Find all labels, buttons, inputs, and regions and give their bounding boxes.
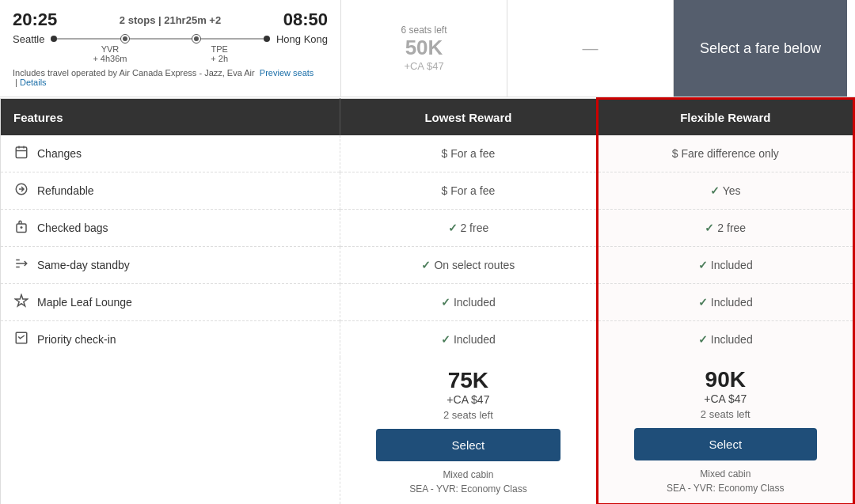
table-row: Priority check-in✓ Included✓ Included: [1, 321, 854, 358]
flexible-cabin: Mixed cabin: [611, 468, 840, 479]
feature-icon-4: [13, 294, 29, 311]
flexible-route-class: SEA - YVR: Economy Class: [611, 483, 840, 494]
flight-header: 20:25 2 stops | 21hr25m +2 08:50 Seattle: [0, 0, 855, 97]
lowest-value-3: ✓ On select routes: [340, 247, 597, 284]
feature-icon-0: [13, 145, 29, 162]
flexible-value-2: ✓ 2 free: [597, 210, 853, 247]
stops-info: 2 stops | 21hr25m +2: [120, 14, 221, 26]
details-link[interactable]: Details: [20, 78, 47, 87]
select-fare-label: Select a fare below: [700, 40, 821, 57]
lowest-price-big: 75K: [353, 368, 583, 393]
table-row: Refundable$ For a fee✓ Yes: [1, 172, 854, 210]
feature-icon-5: [13, 331, 29, 348]
arrive-time: 08:50: [283, 9, 328, 30]
line-segment-1: [57, 38, 120, 40]
points-fee: +CA $47: [404, 60, 443, 72]
feature-name-1: Refundable: [37, 184, 94, 197]
flight-route: Seattle YVR+ 4h36m TP: [13, 33, 328, 63]
flexible-value-4: ✓ Included: [597, 284, 853, 321]
lowest-reward-header: Lowest Reward: [340, 99, 597, 136]
compare-table: Features Lowest Reward Flexible Reward C…: [0, 97, 855, 504]
feature-icon-1: [13, 182, 29, 199]
price-row: 75K +CA $47 2 seats left Select Mixed ca…: [1, 358, 854, 504]
feature-cell-2: Checked bags: [1, 210, 340, 247]
feature-name-5: Priority check-in: [37, 333, 116, 346]
table-row: Changes$ For a fee$ Fare difference only: [1, 135, 854, 172]
route-line-container: YVR+ 4h36m TPE+ 2h: [44, 35, 276, 63]
feature-name-3: Same-day standby: [37, 259, 130, 271]
lowest-route-class: SEA - YVR: Economy Class: [353, 483, 583, 495]
lowest-value-1: $ For a fee: [340, 172, 597, 210]
feature-cell-0: Changes: [1, 135, 340, 172]
origin-dot: [51, 36, 57, 42]
feature-name-2: Checked bags: [37, 222, 108, 234]
flexible-price-big: 90K: [611, 367, 840, 392]
flight-note: Includes travel operated by Air Canada E…: [13, 68, 328, 87]
points-display: 50K: [405, 36, 443, 60]
table-row: Checked bags✓ 2 free✓ 2 free: [1, 210, 854, 247]
flexible-value-1: ✓ Yes: [597, 172, 853, 210]
dash-column: —: [507, 0, 673, 97]
lowest-value-5: ✓ Included: [340, 321, 597, 358]
stop-dot-tpe: [192, 35, 200, 43]
feature-icon-2: [13, 219, 29, 237]
stop-yvr: [121, 35, 129, 43]
stop-labels: YVR+ 4h36m TPE+ 2h: [51, 44, 269, 63]
middle-section: 6 seats left 50K +CA $47: [340, 0, 507, 97]
lowest-value-4: ✓ Included: [340, 284, 597, 321]
flexible-price-fee: +CA $47: [611, 392, 840, 405]
lowest-price-fee: +CA $47: [353, 393, 583, 406]
svg-rect-0: [16, 147, 27, 158]
flexible-reward-header: Flexible Reward: [597, 99, 853, 136]
lowest-value-0: $ For a fee: [340, 135, 597, 172]
lowest-select-button[interactable]: Select: [376, 429, 560, 461]
dash-icon: —: [583, 40, 598, 58]
select-fare-header: Select a fare below: [673, 0, 847, 97]
flexible-value-5: ✓ Included: [597, 321, 853, 358]
dest-city: Hong Kong: [276, 33, 328, 45]
flight-note-text: Includes travel operated by Air Canada E…: [13, 68, 255, 78]
lowest-seats: 2 seats left: [353, 409, 583, 421]
flexible-seats: 2 seats left: [611, 408, 840, 420]
feature-name-4: Maple Leaf Lounge: [37, 296, 132, 309]
feature-name-0: Changes: [37, 147, 82, 160]
flexible-value-0: $ Fare difference only: [597, 135, 853, 172]
flight-info: 20:25 2 stops | 21hr25m +2 08:50 Seattle: [0, 0, 340, 97]
stop-tpe-label: TPE+ 2h: [211, 44, 228, 63]
dest-dot: [264, 36, 270, 42]
flexible-value-3: ✓ Included: [597, 247, 853, 284]
feature-cell-4: Maple Leaf Lounge: [1, 284, 340, 321]
flight-times: 20:25 2 stops | 21hr25m +2 08:50: [13, 9, 328, 30]
line-segment-3: [200, 38, 264, 40]
lowest-cabin: Mixed cabin: [353, 469, 583, 480]
stop-tpe: [192, 35, 200, 43]
origin-city: Seattle: [13, 33, 44, 45]
depart-time: 20:25: [13, 9, 57, 30]
feature-cell-1: Refundable: [1, 172, 340, 210]
table-row: Maple Leaf Lounge✓ Included✓ Included: [1, 284, 854, 321]
feature-cell-5: Priority check-in: [1, 321, 340, 358]
feature-icon-3: [13, 256, 29, 274]
flexible-price-cell: 90K +CA $47 2 seats left Select Mixed ca…: [597, 358, 853, 504]
route-line: [51, 35, 269, 43]
lowest-value-2: ✓ 2 free: [340, 210, 597, 247]
price-feature-cell: [1, 358, 340, 504]
stop-dot-yvr: [121, 35, 129, 43]
lowest-price-cell: 75K +CA $47 2 seats left Select Mixed ca…: [340, 358, 597, 504]
flexible-select-button[interactable]: Select: [634, 428, 818, 460]
preview-seats-link[interactable]: Preview seats: [260, 68, 314, 78]
seats-left-header: 6 seats left: [401, 25, 446, 36]
table-header-row: Features Lowest Reward Flexible Reward: [1, 99, 854, 136]
features-column-header: Features: [1, 99, 340, 136]
stop-yvr-label: YVR+ 4h36m: [93, 44, 127, 63]
line-segment-2: [129, 38, 192, 40]
table-row: Same-day standby✓ On select routes✓ Incl…: [1, 247, 854, 284]
feature-cell-3: Same-day standby: [1, 247, 340, 284]
